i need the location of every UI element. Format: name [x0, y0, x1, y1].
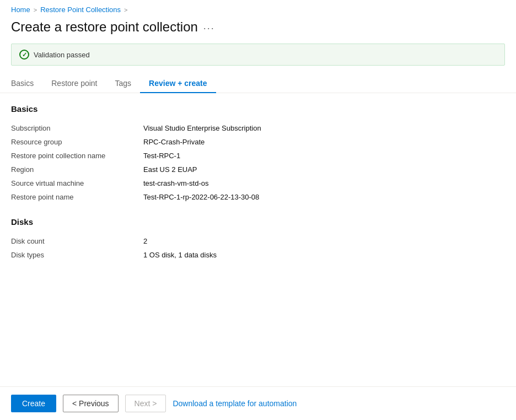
rpc-name-label: Restore point collection name — [11, 149, 143, 163]
tab-tags[interactable]: Tags — [106, 74, 141, 93]
create-button[interactable]: Create — [11, 395, 56, 412]
basics-table: Subscription Visual Studio Enterprise Su… — [11, 121, 505, 204]
disk-count-value: 2 — [143, 234, 505, 248]
validation-icon — [19, 50, 29, 60]
table-row: Restore point collection name Test-RPC-1 — [11, 149, 505, 163]
page-header: Create a restore point collection ··· — [0, 17, 516, 44]
automation-link[interactable]: Download a template for automation — [173, 399, 297, 408]
tabs-container: Basics Restore point Tags Review + creat… — [0, 74, 516, 93]
breadcrumb-home[interactable]: Home — [11, 6, 30, 14]
resource-group-value: RPC-Crash-Private — [143, 135, 505, 149]
disks-section-title: Disks — [11, 217, 505, 227]
table-row: Disk types 1 OS disk, 1 data disks — [11, 248, 505, 262]
source-vm-label: Source virtual machine — [11, 176, 143, 190]
breadcrumb-sep-2: > — [124, 7, 127, 13]
breadcrumb: Home > Restore Point Collections > — [0, 0, 516, 17]
subscription-label: Subscription — [11, 121, 143, 135]
validation-banner: Validation passed — [11, 44, 505, 66]
tab-review-create[interactable]: Review + create — [140, 74, 216, 93]
disk-types-value: 1 OS disk, 1 data disks — [143, 248, 505, 262]
rp-name-label: Restore point name — [11, 190, 143, 204]
table-row: Restore point name Test-RPC-1-rp-2022-06… — [11, 190, 505, 204]
region-value: East US 2 EUAP — [143, 163, 505, 176]
tab-restore-point[interactable]: Restore point — [42, 74, 106, 93]
disk-count-label: Disk count — [11, 234, 143, 248]
main-content: Basics Subscription Visual Studio Enterp… — [0, 104, 516, 262]
next-button[interactable]: Next > — [125, 395, 166, 412]
source-vm-value: test-crash-vm-std-os — [143, 176, 505, 190]
table-row: Subscription Visual Studio Enterprise Su… — [11, 121, 505, 135]
basics-section-title: Basics — [11, 104, 505, 114]
page-title: Create a restore point collection — [11, 19, 198, 35]
more-options-button[interactable]: ··· — [203, 23, 215, 34]
breadcrumb-rpc[interactable]: Restore Point Collections — [40, 6, 121, 14]
resource-group-label: Resource group — [11, 135, 143, 149]
table-row: Resource group RPC-Crash-Private — [11, 135, 505, 149]
disk-types-label: Disk types — [11, 248, 143, 262]
rp-name-value: Test-RPC-1-rp-2022-06-22-13-30-08 — [143, 190, 505, 204]
subscription-value: Visual Studio Enterprise Subscription — [143, 121, 505, 135]
rpc-name-value: Test-RPC-1 — [143, 149, 505, 163]
previous-button[interactable]: < Previous — [63, 395, 119, 412]
breadcrumb-sep-1: > — [34, 7, 37, 13]
disks-table: Disk count 2 Disk types 1 OS disk, 1 dat… — [11, 234, 505, 262]
region-label: Region — [11, 163, 143, 176]
footer: Create < Previous Next > Download a temp… — [0, 386, 516, 420]
validation-message: Validation passed — [34, 51, 90, 59]
table-row: Region East US 2 EUAP — [11, 163, 505, 176]
table-row: Disk count 2 — [11, 234, 505, 248]
table-row: Source virtual machine test-crash-vm-std… — [11, 176, 505, 190]
tab-basics[interactable]: Basics — [11, 74, 42, 93]
